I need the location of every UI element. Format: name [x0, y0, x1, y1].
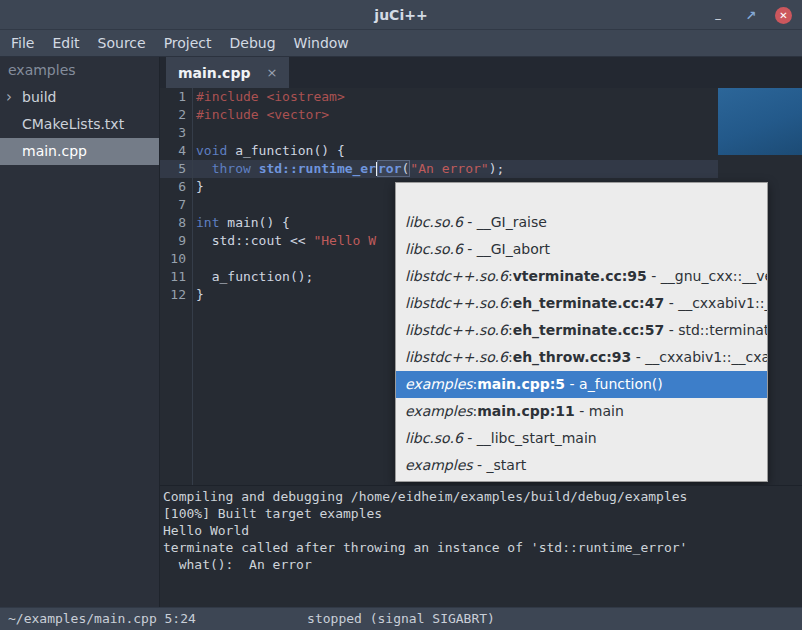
tabbar: main.cpp ×	[160, 57, 802, 88]
menu-item-project[interactable]: Project	[155, 30, 221, 56]
stack-frame-popup: libc.so.6 - __GI_raiselibc.so.6 - __GI_a…	[395, 182, 768, 482]
stack-frame-row[interactable]: libstdc++.so.6:eh_throw.cc:93 - __cxxabi…	[396, 344, 767, 371]
line-number: 4	[160, 142, 192, 160]
code-text: }	[192, 178, 204, 196]
minimize-icon[interactable]: –	[709, 3, 727, 27]
restore-icon[interactable]: ↗	[742, 6, 760, 24]
tab-label: main.cpp	[178, 65, 250, 81]
line-number: 3	[160, 124, 192, 142]
code-line-2[interactable]: 2#include <vector>	[160, 106, 802, 124]
line-number: 1	[160, 88, 192, 106]
tab-main-cpp[interactable]: main.cpp ×	[166, 57, 289, 88]
window-controls: – ↗ ✕	[709, 0, 792, 30]
line-number: 5	[160, 160, 192, 178]
project-name: examples	[0, 57, 159, 84]
line-number: 7	[160, 196, 192, 214]
gutter-separator	[192, 88, 193, 485]
console-line: [100%] Built target examples	[163, 505, 802, 522]
sidebar-item-label: main.cpp	[22, 138, 87, 165]
stack-frame-row[interactable]: examples:main.cpp:11 - main	[396, 398, 767, 425]
code-editor[interactable]: 1#include <iostream>2#include <vector>34…	[160, 88, 802, 485]
close-icon[interactable]: ✕	[775, 7, 792, 24]
titlebar[interactable]: juCi++ – ↗ ✕	[0, 0, 802, 30]
console-line: what(): An error	[163, 556, 802, 573]
sidebar-item-label: build	[22, 84, 56, 111]
sidebar-item-build[interactable]: ›build	[0, 84, 159, 111]
code-line-4[interactable]: 4void a_function() {	[160, 142, 802, 160]
console-output: Compiling and debugging /home/eidheim/ex…	[160, 485, 802, 607]
sidebar-item-label: CMakeLists.txt	[22, 111, 124, 138]
stack-frame-row[interactable]: libc.so.6 - __GI_abort	[396, 236, 767, 263]
stack-frame-row[interactable]: libc.so.6 - __libc_start_main	[396, 425, 767, 452]
line-number: 9	[160, 232, 192, 250]
line-number: 11	[160, 268, 192, 286]
console-line: terminate called after throwing an insta…	[163, 539, 802, 556]
statusbar: ~/examples/main.cpp 5:24 stopped (signal…	[0, 607, 802, 630]
code-line-5[interactable]: 5 throw std::runtime_error("An error");	[160, 160, 802, 178]
menu-item-file[interactable]: File	[2, 30, 43, 56]
stack-frame-row[interactable]: libstdc++.so.6:eh_terminate.cc:57 - std:…	[396, 317, 767, 344]
menu-item-source[interactable]: Source	[89, 30, 155, 56]
console-line: Hello World	[163, 522, 802, 539]
window-title: juCi++	[374, 7, 427, 23]
sidebar-item-cmakelists-txt[interactable]: CMakeLists.txt	[0, 111, 159, 138]
line-number: 6	[160, 178, 192, 196]
file-tree: ›buildCMakeLists.txtmain.cpp	[0, 84, 159, 165]
code-text: a_function();	[192, 268, 313, 286]
stack-frame-list: libc.so.6 - __GI_raiselibc.so.6 - __GI_a…	[396, 209, 767, 479]
code-text: void a_function() {	[192, 142, 345, 160]
code-line-3[interactable]: 3	[160, 124, 802, 142]
stack-frame-row[interactable]: libc.so.6 - __GI_raise	[396, 209, 767, 236]
menu-item-debug[interactable]: Debug	[221, 30, 285, 56]
menu-item-edit[interactable]: Edit	[43, 30, 88, 56]
folder-expander-icon[interactable]: ›	[6, 84, 22, 111]
menubar: FileEditSourceProjectDebugWindow	[0, 30, 802, 57]
code-line-1[interactable]: 1#include <iostream>	[160, 88, 802, 106]
stack-frame-row[interactable]: examples - _start	[396, 452, 767, 479]
line-number: 10	[160, 250, 192, 268]
code-text: int main() {	[192, 214, 290, 232]
tab-close-icon[interactable]: ×	[266, 65, 277, 80]
status-file-position: ~/examples/main.cpp 5:24	[8, 608, 196, 630]
code-text: #include <vector>	[192, 106, 329, 124]
file-explorer: examples ›buildCMakeLists.txtmain.cpp	[0, 57, 160, 607]
code-text: std::cout << "Hello W	[192, 232, 376, 250]
stack-frame-row[interactable]: libstdc++.so.6:eh_terminate.cc:47 - __cx…	[396, 290, 767, 317]
menu-item-window[interactable]: Window	[285, 30, 358, 56]
code-text: #include <iostream>	[192, 88, 345, 106]
code-text: }	[192, 286, 204, 304]
line-number: 2	[160, 106, 192, 124]
console-line: Compiling and debugging /home/eidheim/ex…	[163, 488, 802, 505]
code-tooltip	[718, 88, 802, 155]
stack-frame-row[interactable]: examples:main.cpp:5 - a_function()	[396, 371, 767, 398]
sidebar-item-main-cpp[interactable]: main.cpp	[0, 138, 159, 165]
stack-frame-row[interactable]: libstdc++.so.6:vterminate.cc:95 - __gnu_…	[396, 263, 767, 290]
status-debug-state: stopped (signal SIGABRT)	[307, 608, 495, 630]
line-number: 8	[160, 214, 192, 232]
code-text: throw std::runtime_error("An error");	[192, 160, 504, 178]
line-number: 12	[160, 286, 192, 304]
